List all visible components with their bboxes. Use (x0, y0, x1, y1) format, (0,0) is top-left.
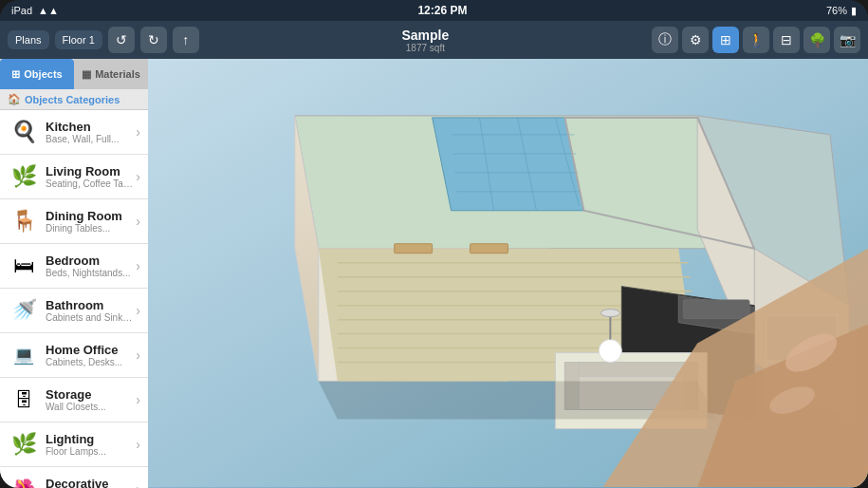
category-kitchen[interactable]: 🍳 Kitchen Base, Wall, Full... › (0, 110, 148, 155)
view3d-button[interactable]: ⊞ (712, 27, 739, 53)
plans-button[interactable]: Plans (8, 30, 49, 49)
share-icon: ↑ (182, 32, 189, 47)
living-room-icon: 🌿 (8, 160, 40, 193)
dining-room-sub: Dining Tables... (46, 223, 134, 234)
objects-label: Objects (24, 68, 62, 80)
tab-objects[interactable]: ⊞ Objects (0, 59, 74, 89)
dining-room-name: Dining Room (46, 209, 134, 223)
bedroom-icon: 🛏 (8, 250, 40, 282)
category-home-office[interactable]: 💻 Home Office Cabinets, Desks... › (0, 333, 148, 378)
svg-point-25 (599, 340, 621, 363)
living-room-name: Living Room (46, 164, 134, 178)
bedroom-name: Bedroom (46, 253, 134, 268)
undo-button[interactable]: ↺ (108, 27, 135, 53)
category-decorative[interactable]: 🌺 Decorative Flowers and Plants... › (0, 467, 148, 488)
bedroom-sub: Beds, Nightstands... (46, 268, 134, 278)
living-room-text: Living Room Seating, Coffee Tables... (46, 164, 134, 189)
battery-level: 76% (826, 5, 847, 16)
layout-button[interactable]: ⊟ (773, 27, 800, 53)
svg-marker-32 (433, 118, 584, 211)
ipad-label: iPad (11, 5, 32, 16)
storage-chevron: › (136, 392, 140, 407)
decorative-icon: 🌺 (8, 473, 40, 488)
categories-header: 🏠 Objects Categories (0, 89, 148, 110)
storage-icon: 🗄 (8, 384, 40, 416)
decorative-chevron: › (136, 481, 140, 488)
storage-sub: Wall Closets... (46, 402, 134, 412)
tab-bar: ⊞ Objects ▦ Materials (0, 59, 148, 89)
toolbar: Plans Floor 1 ↺ ↻ ↑ Sample 1877 sqft ⓘ ⚙… (0, 21, 868, 59)
categories-icon: 🏠 (8, 93, 21, 105)
category-lighting[interactable]: 🌿 Lighting Floor Lamps... › (0, 422, 148, 467)
info-button[interactable]: ⓘ (652, 27, 678, 53)
redo-icon: ↻ (148, 32, 159, 47)
bathroom-chevron: › (136, 303, 140, 318)
kitchen-name: Kitchen (46, 120, 134, 134)
ipad-frame: iPad ▲▲ 12:26 PM 76% ▮ Plans Floor 1 ↺ ↻… (0, 0, 868, 488)
dining-room-icon: 🪑 (8, 205, 40, 237)
objects-icon: ⊞ (11, 68, 20, 81)
home-office-sub: Cabinets, Desks... (46, 357, 134, 367)
toolbar-left: Plans Floor 1 ↺ ↻ ↑ (8, 27, 199, 53)
status-left: iPad ▲▲ (11, 5, 59, 16)
svg-point-27 (600, 310, 619, 317)
category-dining-room[interactable]: 🪑 Dining Room Dining Tables... › (0, 199, 148, 244)
status-right: 76% ▮ (826, 5, 857, 17)
gear-button[interactable]: ⚙ (682, 27, 709, 53)
storage-name: Storage (46, 387, 134, 402)
living-room-chevron: › (136, 169, 140, 184)
kitchen-text: Kitchen Base, Wall, Full... (46, 120, 134, 144)
status-bar: iPad ▲▲ 12:26 PM 76% ▮ (0, 0, 868, 21)
home-office-name: Home Office (46, 343, 134, 357)
3d-view[interactable] (148, 59, 868, 488)
category-living-room[interactable]: 🌿 Living Room Seating, Coffee Tables... … (0, 155, 148, 199)
floor-plan-svg (148, 59, 868, 487)
floor-label: Floor 1 (63, 34, 95, 46)
kitchen-icon: 🍳 (8, 116, 40, 148)
lighting-icon: 🌿 (8, 428, 40, 460)
category-storage[interactable]: 🗄 Storage Wall Closets... › (0, 378, 148, 422)
dining-room-text: Dining Room Dining Tables... (46, 209, 134, 234)
bedroom-text: Bedroom Beds, Nightstands... (46, 253, 134, 278)
lighting-chevron: › (136, 437, 140, 452)
decorative-name: Decorative (46, 477, 134, 488)
living-room-sub: Seating, Coffee Tables... (46, 178, 134, 189)
lighting-text: Lighting Floor Lamps... (46, 432, 134, 457)
project-name: Sample (205, 28, 646, 43)
bathroom-sub: Cabinets and Sinks... (46, 312, 134, 323)
category-bathroom[interactable]: 🚿 Bathroom Cabinets and Sinks... › (0, 289, 148, 333)
storage-text: Storage Wall Closets... (46, 387, 134, 412)
person-button[interactable]: 🚶 (743, 27, 769, 53)
status-time: 12:26 PM (417, 4, 467, 17)
toolbar-center: Sample 1877 sqft (205, 28, 646, 53)
bathroom-name: Bathroom (46, 298, 134, 312)
project-size: 1877 sqft (205, 43, 646, 53)
sidebar: ⊞ Objects ▦ Materials 🏠 Objects Categori… (0, 59, 148, 488)
materials-icon: ▦ (82, 68, 91, 81)
home-office-text: Home Office Cabinets, Desks... (46, 343, 134, 367)
svg-rect-40 (471, 244, 508, 253)
floor-button[interactable]: Floor 1 (55, 30, 102, 49)
bathroom-icon: 🚿 (8, 294, 40, 327)
camera-button[interactable]: 📷 (834, 27, 860, 53)
home-office-icon: 💻 (8, 339, 40, 371)
category-list: 🍳 Kitchen Base, Wall, Full... › 🌿 Living… (0, 110, 148, 488)
decorative-text: Decorative Flowers and Plants... (46, 477, 134, 488)
toolbar-right: ⓘ ⚙ ⊞ 🚶 ⊟ 🌳 📷 (652, 27, 860, 53)
category-bedroom[interactable]: 🛏 Bedroom Beds, Nightstands... › (0, 244, 148, 289)
svg-rect-19 (683, 300, 749, 319)
categories-title: Objects Categories (25, 94, 120, 105)
svg-rect-41 (395, 244, 433, 253)
materials-label: Materials (95, 68, 140, 80)
plans-label: Plans (15, 34, 42, 46)
bedroom-chevron: › (136, 258, 140, 273)
tree-button[interactable]: 🌳 (803, 27, 830, 53)
tab-materials[interactable]: ▦ Materials (74, 59, 148, 89)
main-content: ⊞ Objects ▦ Materials 🏠 Objects Categori… (0, 59, 868, 488)
undo-icon: ↺ (116, 32, 127, 47)
kitchen-sub: Base, Wall, Full... (46, 134, 134, 144)
lighting-sub: Floor Lamps... (46, 446, 134, 457)
share-button[interactable]: ↑ (173, 27, 199, 53)
redo-button[interactable]: ↻ (140, 27, 167, 53)
kitchen-chevron: › (136, 124, 140, 140)
